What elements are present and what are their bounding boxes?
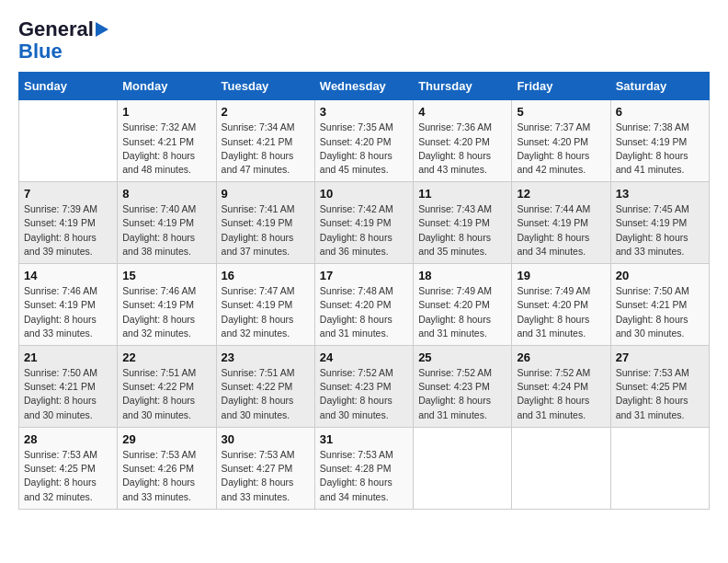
day-info: Sunrise: 7:53 AMSunset: 4:26 PMDaylight:… (122, 448, 210, 504)
logo-text-blue: Blue (18, 40, 63, 63)
day-info: Sunrise: 7:32 AMSunset: 4:21 PMDaylight:… (122, 121, 210, 177)
day-info: Sunrise: 7:40 AMSunset: 4:19 PMDaylight:… (122, 202, 210, 259)
day-number: 6 (616, 105, 704, 119)
day-cell: 24Sunrise: 7:52 AMSunset: 4:23 PMDayligh… (314, 346, 413, 428)
day-cell: 18Sunrise: 7:49 AMSunset: 4:20 PMDayligh… (414, 264, 512, 346)
day-info: Sunrise: 7:53 AMSunset: 4:25 PMDaylight:… (616, 366, 704, 422)
day-number: 2 (222, 105, 310, 119)
day-cell: 28Sunrise: 7:53 AMSunset: 4:25 PMDayligh… (19, 427, 118, 509)
day-cell: 5Sunrise: 7:37 AMSunset: 4:20 PMDaylight… (512, 100, 610, 182)
weekday-sunday: Sunday (19, 73, 118, 100)
weekday-wednesday: Wednesday (314, 73, 413, 100)
day-info: Sunrise: 7:34 AMSunset: 4:21 PMDaylight:… (222, 121, 310, 177)
day-cell: 22Sunrise: 7:51 AMSunset: 4:22 PMDayligh… (118, 346, 216, 428)
day-cell: 14Sunrise: 7:46 AMSunset: 4:19 PMDayligh… (19, 264, 118, 346)
day-cell (610, 427, 709, 509)
week-row-4: 21Sunrise: 7:50 AMSunset: 4:21 PMDayligh… (19, 346, 710, 428)
day-info: Sunrise: 7:46 AMSunset: 4:19 PMDaylight:… (24, 284, 112, 340)
logo: General Blue (18, 18, 108, 63)
day-number: 26 (517, 350, 605, 364)
day-info: Sunrise: 7:47 AMSunset: 4:19 PMDaylight:… (222, 284, 310, 340)
calendar-table: SundayMondayTuesdayWednesdayThursdayFrid… (18, 72, 710, 509)
weekday-header-row: SundayMondayTuesdayWednesdayThursdayFrid… (19, 73, 710, 100)
day-cell: 9Sunrise: 7:41 AMSunset: 4:19 PMDaylight… (216, 182, 314, 264)
day-number: 15 (122, 269, 210, 282)
day-info: Sunrise: 7:41 AMSunset: 4:19 PMDaylight:… (222, 202, 310, 259)
day-number: 29 (122, 432, 210, 446)
day-info: Sunrise: 7:35 AMSunset: 4:20 PMDaylight:… (320, 121, 408, 177)
day-info: Sunrise: 7:50 AMSunset: 4:21 PMDaylight:… (616, 284, 704, 340)
day-cell: 12Sunrise: 7:44 AMSunset: 4:19 PMDayligh… (512, 182, 610, 264)
day-number: 17 (320, 269, 408, 282)
day-cell: 16Sunrise: 7:47 AMSunset: 4:19 PMDayligh… (216, 264, 314, 346)
day-number: 21 (24, 350, 112, 364)
day-cell: 21Sunrise: 7:50 AMSunset: 4:21 PMDayligh… (19, 346, 118, 428)
day-number: 14 (24, 269, 112, 282)
weekday-thursday: Thursday (414, 73, 512, 100)
day-cell (19, 100, 118, 182)
day-number: 31 (320, 432, 408, 446)
day-cell: 17Sunrise: 7:48 AMSunset: 4:20 PMDayligh… (314, 264, 413, 346)
day-number: 9 (222, 187, 310, 201)
logo-arrow-icon (96, 22, 108, 37)
day-info: Sunrise: 7:44 AMSunset: 4:19 PMDaylight:… (517, 202, 605, 259)
day-cell: 15Sunrise: 7:46 AMSunset: 4:19 PMDayligh… (118, 264, 216, 346)
day-info: Sunrise: 7:52 AMSunset: 4:23 PMDaylight:… (418, 366, 506, 422)
page-header: General Blue (18, 18, 710, 63)
day-info: Sunrise: 7:46 AMSunset: 4:19 PMDaylight:… (122, 284, 210, 340)
week-row-1: 1Sunrise: 7:32 AMSunset: 4:21 PMDaylight… (19, 100, 710, 182)
day-number: 23 (222, 350, 310, 364)
day-info: Sunrise: 7:45 AMSunset: 4:19 PMDaylight:… (616, 202, 704, 259)
day-cell: 20Sunrise: 7:50 AMSunset: 4:21 PMDayligh… (610, 264, 709, 346)
day-cell: 11Sunrise: 7:43 AMSunset: 4:19 PMDayligh… (414, 182, 512, 264)
day-cell: 29Sunrise: 7:53 AMSunset: 4:26 PMDayligh… (118, 427, 216, 509)
weekday-friday: Friday (512, 73, 610, 100)
day-info: Sunrise: 7:36 AMSunset: 4:20 PMDaylight:… (418, 121, 506, 177)
day-cell: 7Sunrise: 7:39 AMSunset: 4:19 PMDaylight… (19, 182, 118, 264)
day-number: 27 (616, 350, 704, 364)
day-cell: 10Sunrise: 7:42 AMSunset: 4:19 PMDayligh… (314, 182, 413, 264)
day-number: 11 (418, 187, 506, 201)
day-info: Sunrise: 7:53 AMSunset: 4:27 PMDaylight:… (222, 448, 310, 504)
day-number: 10 (320, 187, 408, 201)
day-number: 1 (122, 105, 210, 119)
logo-text-general: General (18, 18, 94, 40)
day-cell: 4Sunrise: 7:36 AMSunset: 4:20 PMDaylight… (414, 100, 512, 182)
day-number: 4 (418, 105, 506, 119)
day-number: 12 (517, 187, 605, 201)
day-cell: 13Sunrise: 7:45 AMSunset: 4:19 PMDayligh… (610, 182, 709, 264)
day-info: Sunrise: 7:37 AMSunset: 4:20 PMDaylight:… (517, 121, 605, 177)
day-info: Sunrise: 7:42 AMSunset: 4:19 PMDaylight:… (320, 202, 408, 259)
day-number: 19 (517, 269, 605, 282)
day-cell: 25Sunrise: 7:52 AMSunset: 4:23 PMDayligh… (414, 346, 512, 428)
day-info: Sunrise: 7:49 AMSunset: 4:20 PMDaylight:… (517, 284, 605, 340)
day-number: 24 (320, 350, 408, 364)
weekday-tuesday: Tuesday (216, 73, 314, 100)
day-number: 30 (222, 432, 310, 446)
week-row-2: 7Sunrise: 7:39 AMSunset: 4:19 PMDaylight… (19, 182, 710, 264)
day-cell: 27Sunrise: 7:53 AMSunset: 4:25 PMDayligh… (610, 346, 709, 428)
weekday-monday: Monday (118, 73, 216, 100)
day-info: Sunrise: 7:43 AMSunset: 4:19 PMDaylight:… (418, 202, 506, 259)
day-number: 25 (418, 350, 506, 364)
weekday-saturday: Saturday (610, 73, 709, 100)
calendar-body: 1Sunrise: 7:32 AMSunset: 4:21 PMDaylight… (19, 100, 710, 509)
day-number: 28 (24, 432, 112, 446)
day-info: Sunrise: 7:38 AMSunset: 4:19 PMDaylight:… (616, 121, 704, 177)
day-cell: 8Sunrise: 7:40 AMSunset: 4:19 PMDaylight… (118, 182, 216, 264)
day-number: 3 (320, 105, 408, 119)
day-number: 22 (122, 350, 210, 364)
day-number: 5 (517, 105, 605, 119)
day-info: Sunrise: 7:53 AMSunset: 4:28 PMDaylight:… (320, 448, 408, 504)
day-cell: 6Sunrise: 7:38 AMSunset: 4:19 PMDaylight… (610, 100, 709, 182)
day-info: Sunrise: 7:53 AMSunset: 4:25 PMDaylight:… (24, 448, 112, 504)
day-number: 7 (24, 187, 112, 201)
day-info: Sunrise: 7:52 AMSunset: 4:24 PMDaylight:… (517, 366, 605, 422)
day-info: Sunrise: 7:52 AMSunset: 4:23 PMDaylight:… (320, 366, 408, 422)
day-cell: 31Sunrise: 7:53 AMSunset: 4:28 PMDayligh… (314, 427, 413, 509)
day-number: 18 (418, 269, 506, 282)
day-cell: 1Sunrise: 7:32 AMSunset: 4:21 PMDaylight… (118, 100, 216, 182)
day-cell: 3Sunrise: 7:35 AMSunset: 4:20 PMDaylight… (314, 100, 413, 182)
day-cell: 26Sunrise: 7:52 AMSunset: 4:24 PMDayligh… (512, 346, 610, 428)
day-info: Sunrise: 7:48 AMSunset: 4:20 PMDaylight:… (320, 284, 408, 340)
